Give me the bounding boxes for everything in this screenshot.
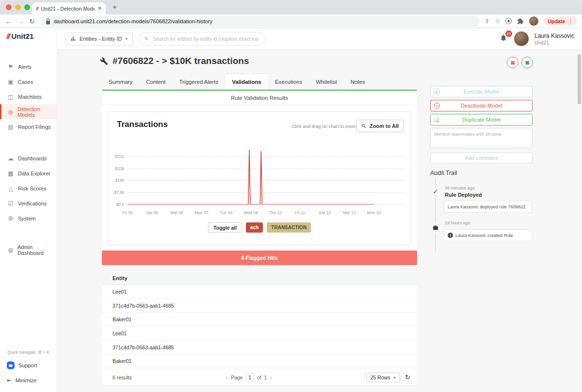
- flagged-hits-banner: 6 Flagged Hits: [102, 251, 417, 265]
- chevron-down-icon: ▾: [394, 375, 396, 380]
- user-avatar[interactable]: [514, 31, 529, 46]
- minimize-window-button[interactable]: [15, 4, 21, 10]
- sidebar-item-verifications[interactable]: ☑Verifications: [0, 196, 57, 211]
- comment-input[interactable]: [431, 128, 532, 148]
- gear-icon: ⚙: [7, 215, 14, 222]
- deactivate-model-button[interactable]: ✕ Deactivate Model: [430, 100, 533, 111]
- warning-icon: △: [7, 185, 14, 192]
- export-pdf-button[interactable]: ▤: [507, 57, 518, 68]
- sidebar-item-risk-scores[interactable]: △Risk Scores: [0, 181, 57, 196]
- x-tick-label: Tue 08: [220, 210, 232, 215]
- browser-profile-avatar[interactable]: [529, 16, 538, 26]
- previous-page-icon[interactable]: ‹: [226, 374, 228, 381]
- audit-event-card[interactable]: Laura Kassovic deployed rule 7606822: [444, 201, 532, 213]
- refresh-table-icon[interactable]: ↻: [405, 374, 410, 381]
- add-comment-button[interactable]: Add comment: [430, 153, 533, 163]
- audit-event-time: 35 minutes ago: [445, 186, 475, 190]
- entity-search-input[interactable]: [152, 36, 259, 42]
- card-title: Rule Validation Results: [102, 91, 417, 105]
- play-circle-icon: ▶: [434, 89, 440, 94]
- close-window-button[interactable]: [6, 4, 12, 10]
- duplicate-model-button[interactable]: ❏ Duplicate Model: [430, 114, 533, 125]
- tab-content[interactable]: Content: [139, 74, 172, 90]
- legend-item-ach[interactable]: ach: [246, 222, 263, 233]
- zoom-to-all-button[interactable]: Zoom to All: [356, 120, 404, 132]
- briefcase-icon: ▣: [7, 78, 14, 85]
- unit21-logo[interactable]: /// Unit21: [6, 32, 33, 40]
- notifications-button[interactable]: 20: [500, 34, 508, 44]
- sidebar-item-admin-dashboard[interactable]: ◍Admin Dashboard: [0, 242, 57, 257]
- tab-whitelist[interactable]: Whitelist: [309, 74, 343, 90]
- checklist-icon: ☑: [7, 200, 14, 207]
- y-tick-label: $23k: [115, 166, 124, 171]
- current-page-input[interactable]: 1: [246, 373, 254, 381]
- minimize-sidebar-button[interactable]: ⇤ Minimize: [7, 377, 36, 384]
- sidebar-item-alerts[interactable]: ⚑Alerts: [0, 59, 57, 74]
- check-icon: ✓: [432, 188, 439, 195]
- bookmark-star-icon[interactable]: ☆: [495, 18, 501, 25]
- back-icon[interactable]: ←: [5, 18, 12, 25]
- table-row[interactable]: Lee01: [102, 327, 417, 341]
- sidebar-item-matchlists[interactable]: ◫Matchlists: [0, 89, 57, 104]
- legend-item-transaction[interactable]: TRANSACTION: [267, 222, 311, 233]
- tab-notes[interactable]: Notes: [344, 74, 372, 90]
- sidebar-item-label: Data Explorer: [18, 171, 50, 176]
- sidebar-item-detection-models[interactable]: ◎Detection Models: [0, 104, 57, 119]
- chat-bubble-icon: [7, 361, 15, 369]
- table-row[interactable]: Lee01: [102, 285, 417, 299]
- execute-model-button[interactable]: ▶ Execute Model: [430, 86, 533, 97]
- new-tab-button[interactable]: +: [113, 2, 117, 11]
- share-icon[interactable]: ⇧: [485, 18, 490, 25]
- zoom-window-button[interactable]: [24, 4, 30, 10]
- chart-plot-area[interactable]: [128, 148, 405, 204]
- sidebar-item-data-explorer[interactable]: ▦Data Explorer: [0, 166, 57, 181]
- page-scrollbar[interactable]: [578, 54, 581, 104]
- tab-close-icon[interactable]: ✕: [97, 5, 102, 12]
- entity-searchbox[interactable]: [139, 32, 265, 46]
- globe-icon: ◍: [7, 247, 14, 253]
- tab-title: Unit21 - Detection Model: [41, 6, 95, 12]
- support-button[interactable]: Support: [7, 361, 37, 369]
- x-tick-label: Wed 09: [243, 210, 258, 215]
- toggle-all-button[interactable]: Toggle all: [208, 222, 242, 233]
- update-button[interactable]: Update ⋮: [544, 16, 577, 26]
- next-page-icon[interactable]: ›: [270, 374, 272, 381]
- extensions-icon[interactable]: [517, 18, 524, 25]
- table-row[interactable]: 371c4d7b-0563-aab1-4685: [102, 341, 417, 355]
- rows-per-page-select[interactable]: 25 Rows ▾: [366, 373, 400, 382]
- results-table: Entity Lee01371c4d7b-0563-aab1-4685Baker…: [102, 271, 417, 385]
- sheet-file-icon: ▦: [525, 60, 530, 65]
- sidebar-item-report-filings[interactable]: ▤Report Filings: [0, 119, 57, 134]
- y-axis-labels: $0.0$7.8k$16k$23k$31k: [108, 148, 126, 204]
- tab-validations[interactable]: Validations: [225, 74, 268, 90]
- browser-tab[interactable]: /// Unit21 - Detection Model ✕: [32, 2, 106, 15]
- table-row[interactable]: Baker01: [102, 313, 417, 327]
- chevron-down-icon: ▾: [125, 36, 128, 41]
- transactions-chart-card: Transactions Click and drag on chart to …: [108, 111, 411, 245]
- forward-icon[interactable]: →: [17, 18, 24, 25]
- search-icon: [144, 36, 149, 42]
- rule-validation-card: Rule Validation Results Transactions Cli…: [102, 90, 417, 251]
- reload-icon[interactable]: ↻: [29, 18, 35, 25]
- tab-summary[interactable]: Summary: [102, 74, 139, 90]
- address-bar[interactable]: dashboard.unit21.com/detection-models/76…: [40, 16, 480, 27]
- account-icon[interactable]: [505, 18, 512, 24]
- x-tick-label: Mar 13: [343, 210, 356, 215]
- audit-event-time: 19 hours ago: [445, 220, 470, 225]
- lock-icon: [46, 18, 50, 24]
- export-sheet-button[interactable]: ▦: [521, 57, 533, 68]
- tab-executions[interactable]: Executions: [268, 74, 309, 90]
- people-icon: ◫: [7, 94, 14, 100]
- sidebar-item-system[interactable]: ⚙System: [0, 211, 57, 226]
- sidebar-item-cases[interactable]: ▣Cases: [0, 74, 57, 89]
- quick-navigate-hint: Quick Navigate: ⌘ + K: [0, 350, 57, 355]
- audit-event-card[interactable]: Laura Kassovic created Rule: [444, 229, 532, 241]
- tab-triggered-alerts[interactable]: Triggered Alerts: [172, 74, 225, 90]
- sidebar-group: ⚑Alerts▣Cases◫Matchlists◎Detection Model…: [0, 59, 57, 134]
- browser-menu-icon[interactable]: ⋮: [568, 18, 573, 24]
- entity-type-dropdown[interactable]: Entities - Entity ID ▾: [65, 32, 133, 46]
- audit-event-title: Rule Deployed: [445, 192, 482, 198]
- table-row[interactable]: Baker01: [102, 354, 417, 368]
- table-row[interactable]: 371c4d7b-0563-aab1-4685: [102, 299, 417, 313]
- sidebar-item-dashboards[interactable]: ☁Dashboards: [0, 151, 57, 166]
